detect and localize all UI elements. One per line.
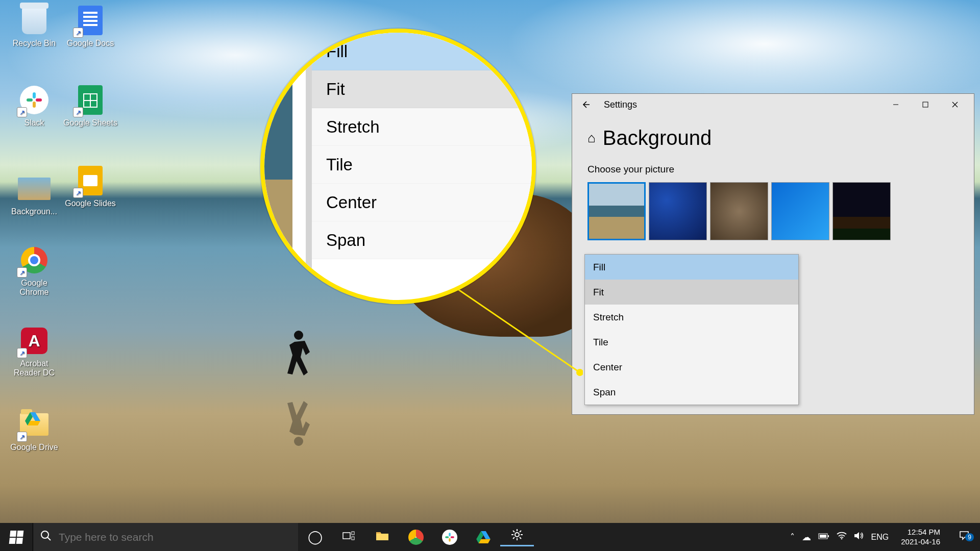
picture-thumbnail-3[interactable]: [710, 182, 768, 240]
desktop-icon-label: Google Sheets: [63, 118, 117, 128]
picture-thumbnail-5[interactable]: [832, 182, 891, 240]
slack-icon: [442, 530, 457, 545]
desktop-icon-acrobat-reader[interactable]: A↗ Acrobat Reader DC: [6, 324, 62, 378]
action-center-button[interactable]: 9: [952, 531, 976, 543]
fit-option-fill[interactable]: Fill: [585, 255, 798, 280]
desktop-icon-background-image[interactable]: Backgroun...: [6, 172, 62, 216]
windows-logo-icon: [9, 531, 24, 544]
magnifier-option-stretch: Stretch: [312, 108, 532, 146]
svg-rect-2: [33, 102, 36, 108]
search-icon: [40, 530, 52, 544]
picture-thumbnail-2[interactable]: [649, 182, 707, 240]
taskbar-settings[interactable]: [500, 528, 534, 546]
picture-thumbnails-row: [587, 182, 959, 240]
battery-icon[interactable]: [818, 532, 829, 542]
magnifier-option-fit: Fit: [312, 70, 532, 108]
shortcut-arrow-icon: ↗: [73, 188, 83, 198]
shortcut-arrow-icon: ↗: [73, 28, 83, 38]
image-thumbnail-icon: [18, 178, 51, 200]
fit-option-fit[interactable]: Fit: [585, 280, 798, 305]
fit-dropdown[interactable]: Fill Fit Stretch Tile Center Span: [584, 254, 799, 405]
desktop-icon-label: Google Chrome: [6, 279, 62, 297]
desktop-icon-google-slides[interactable]: ↗ Google Slides: [62, 164, 118, 208]
taskbar-cortana[interactable]: ◯: [298, 529, 332, 545]
page-title: Background: [603, 127, 712, 149]
desktop-icon-google-docs[interactable]: ↗ Google Docs: [62, 4, 118, 48]
desktop-icon-google-drive[interactable]: ↗ Google Drive: [6, 408, 62, 452]
fit-option-stretch[interactable]: Stretch: [585, 305, 798, 330]
minimize-button[interactable]: [881, 94, 911, 115]
svg-point-16: [515, 533, 519, 537]
taskbar-chrome[interactable]: [399, 530, 433, 545]
close-icon: [952, 102, 958, 108]
fit-option-span[interactable]: Span: [585, 380, 798, 405]
taskbar-search[interactable]: [33, 523, 298, 551]
google-drive-icon: [25, 412, 40, 425]
back-button[interactable]: [576, 95, 595, 114]
arrow-left-icon: [581, 100, 590, 109]
svg-rect-19: [820, 535, 826, 538]
maximize-icon: [922, 102, 928, 108]
picture-thumbnail-1[interactable]: [587, 182, 646, 240]
desktop-icon-label: Recycle Bin: [13, 39, 56, 48]
desktop-icon-slack[interactable]: ↗ Slack: [6, 84, 62, 128]
taskbar-clock[interactable]: 12:54 PM 2021-04-16: [896, 524, 945, 550]
home-icon[interactable]: ⌂: [587, 130, 596, 146]
svg-rect-13: [445, 536, 449, 538]
tray-language[interactable]: ENG: [871, 533, 889, 542]
magnifier-option-center: Center: [312, 184, 532, 221]
window-title: Settings: [604, 99, 637, 110]
search-input[interactable]: [59, 531, 298, 543]
clock-time: 12:54 PM: [901, 528, 940, 537]
page-heading: ⌂ Background: [587, 127, 959, 149]
magnifier-option-span: Span: [312, 221, 532, 259]
svg-rect-0: [33, 92, 36, 98]
start-button[interactable]: [0, 523, 33, 551]
desktop-icon-label: Backgroun...: [11, 207, 57, 216]
magnifier-callout: Fill Fit Stretch Tile Center Span: [260, 29, 536, 304]
desktop-icon-recycle-bin[interactable]: Recycle Bin: [6, 4, 62, 48]
magnifier-option-tile: Tile: [312, 146, 532, 184]
notification-badge: 9: [965, 533, 974, 541]
choose-picture-label: Choose your picture: [587, 164, 959, 175]
svg-rect-18: [828, 535, 829, 537]
recycle-bin-icon: [22, 7, 46, 34]
file-explorer-icon: [375, 529, 389, 545]
wifi-icon[interactable]: [837, 532, 847, 542]
tray-overflow-icon[interactable]: ˄: [790, 532, 795, 543]
close-button[interactable]: [940, 94, 970, 115]
desktop-icon-label: Google Slides: [65, 199, 116, 208]
taskbar-slack[interactable]: [433, 530, 467, 545]
fit-option-tile[interactable]: Tile: [585, 330, 798, 355]
volume-icon[interactable]: [854, 532, 864, 542]
svg-rect-4: [923, 102, 928, 107]
taskbar-file-explorer[interactable]: [365, 529, 399, 545]
shortcut-arrow-icon: ↗: [17, 348, 27, 358]
wallpaper-runner-reflection: [283, 394, 314, 450]
taskbar-google-drive[interactable]: [467, 531, 500, 543]
cortana-icon: ◯: [308, 529, 323, 545]
svg-rect-10: [352, 532, 354, 535]
taskbar-task-view[interactable]: [332, 529, 365, 545]
shortcut-arrow-icon: ↗: [17, 267, 27, 278]
svg-rect-9: [343, 533, 350, 539]
maximize-button[interactable]: [911, 94, 940, 115]
fit-option-center[interactable]: Center: [585, 355, 798, 380]
svg-point-20: [841, 538, 842, 540]
shortcut-arrow-icon: ↗: [73, 107, 83, 117]
minimize-icon: [893, 102, 899, 108]
desktop[interactable]: Recycle Bin ↗ Google Docs ↗ Slack ↗ Goog…: [0, 0, 980, 551]
svg-rect-11: [352, 537, 354, 540]
desktop-icon-google-chrome[interactable]: ↗ Google Chrome: [6, 244, 62, 297]
desktop-icon-google-sheets[interactable]: ↗ Google Sheets: [62, 84, 118, 128]
shortcut-arrow-icon: ↗: [17, 432, 27, 442]
picture-thumbnail-4[interactable]: [771, 182, 829, 240]
taskbar: ◯ ˄ ☁ ENG 12:54 PM 2021-04-16 9: [0, 523, 980, 551]
svg-rect-14: [449, 538, 451, 541]
settings-titlebar: Settings: [572, 94, 974, 115]
svg-rect-15: [451, 536, 454, 538]
onedrive-icon[interactable]: ☁: [802, 532, 811, 543]
desktop-icon-label: Google Drive: [10, 443, 58, 452]
task-view-icon: [342, 529, 355, 545]
desktop-icon-label: Google Docs: [67, 39, 114, 48]
